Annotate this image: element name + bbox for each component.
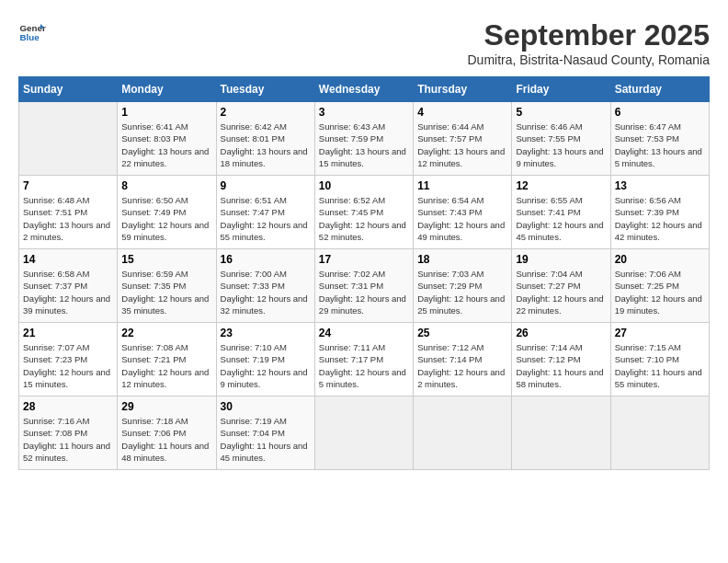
day-number: 20 xyxy=(615,253,705,266)
day-number: 13 xyxy=(615,179,705,192)
day-info: Sunrise: 6:56 AMSunset: 7:39 PMDaylight:… xyxy=(615,194,705,243)
day-info: Sunrise: 7:14 AMSunset: 7:12 PMDaylight:… xyxy=(516,341,606,390)
day-header-saturday: Saturday xyxy=(610,77,709,102)
day-number: 9 xyxy=(221,179,311,192)
month-year-title: September 2025 xyxy=(467,18,710,52)
calendar-cell: 3Sunrise: 6:43 AMSunset: 7:59 PMDaylight… xyxy=(314,102,413,176)
calendar-cell: 7Sunrise: 6:48 AMSunset: 7:51 PMDaylight… xyxy=(19,176,118,249)
calendar-cell: 23Sunrise: 7:10 AMSunset: 7:19 PMDayligh… xyxy=(216,323,314,396)
day-info: Sunrise: 7:19 AMSunset: 7:04 PMDaylight:… xyxy=(221,415,311,464)
calendar-cell xyxy=(512,396,610,470)
day-info: Sunrise: 7:18 AMSunset: 7:06 PMDaylight:… xyxy=(121,415,211,464)
calendar-body: 1Sunrise: 6:41 AMSunset: 8:03 PMDaylight… xyxy=(19,102,710,470)
calendar-cell: 20Sunrise: 7:06 AMSunset: 7:25 PMDayligh… xyxy=(610,249,709,323)
calendar-table: SundayMondayTuesdayWednesdayThursdayFrid… xyxy=(18,76,710,470)
day-info: Sunrise: 6:50 AMSunset: 7:49 PMDaylight:… xyxy=(121,194,211,243)
day-number: 6 xyxy=(615,106,705,119)
day-number: 27 xyxy=(615,327,705,339)
calendar-cell xyxy=(19,102,118,176)
calendar-header-row: SundayMondayTuesdayWednesdayThursdayFrid… xyxy=(19,77,710,102)
day-number: 7 xyxy=(23,179,113,192)
calendar-week-row: 1Sunrise: 6:41 AMSunset: 8:03 PMDaylight… xyxy=(19,102,710,176)
calendar-cell: 12Sunrise: 6:55 AMSunset: 7:41 PMDayligh… xyxy=(512,176,610,249)
calendar-cell: 22Sunrise: 7:08 AMSunset: 7:21 PMDayligh… xyxy=(118,323,216,396)
day-number: 2 xyxy=(221,106,311,119)
day-info: Sunrise: 7:08 AMSunset: 7:21 PMDaylight:… xyxy=(121,341,211,390)
calendar-cell: 4Sunrise: 6:44 AMSunset: 7:57 PMDaylight… xyxy=(414,102,512,176)
day-number: 16 xyxy=(221,253,311,266)
day-info: Sunrise: 6:52 AMSunset: 7:45 PMDaylight:… xyxy=(319,194,409,243)
day-info: Sunrise: 7:15 AMSunset: 7:10 PMDaylight:… xyxy=(615,341,705,390)
day-number: 11 xyxy=(417,179,507,192)
day-header-wednesday: Wednesday xyxy=(314,77,413,102)
day-info: Sunrise: 6:54 AMSunset: 7:43 PMDaylight:… xyxy=(417,194,507,243)
calendar-cell: 14Sunrise: 6:58 AMSunset: 7:37 PMDayligh… xyxy=(19,249,118,323)
calendar-week-row: 14Sunrise: 6:58 AMSunset: 7:37 PMDayligh… xyxy=(19,249,710,323)
day-info: Sunrise: 6:55 AMSunset: 7:41 PMDaylight:… xyxy=(516,194,606,243)
calendar-week-row: 7Sunrise: 6:48 AMSunset: 7:51 PMDaylight… xyxy=(19,176,710,249)
svg-text:Blue: Blue xyxy=(20,32,40,42)
day-number: 8 xyxy=(121,179,211,192)
day-number: 10 xyxy=(319,179,409,192)
day-info: Sunrise: 6:59 AMSunset: 7:35 PMDaylight:… xyxy=(121,268,211,316)
calendar-cell: 6Sunrise: 6:47 AMSunset: 7:53 PMDaylight… xyxy=(610,102,709,176)
day-number: 24 xyxy=(319,327,409,339)
calendar-cell xyxy=(414,396,512,470)
calendar-week-row: 28Sunrise: 7:16 AMSunset: 7:08 PMDayligh… xyxy=(19,396,710,470)
day-info: Sunrise: 7:16 AMSunset: 7:08 PMDaylight:… xyxy=(23,415,113,464)
day-info: Sunrise: 7:03 AMSunset: 7:29 PMDaylight:… xyxy=(417,268,507,316)
calendar-cell: 9Sunrise: 6:51 AMSunset: 7:47 PMDaylight… xyxy=(216,176,314,249)
day-info: Sunrise: 7:11 AMSunset: 7:17 PMDaylight:… xyxy=(319,341,409,390)
calendar-cell: 8Sunrise: 6:50 AMSunset: 7:49 PMDaylight… xyxy=(118,176,216,249)
calendar-cell: 30Sunrise: 7:19 AMSunset: 7:04 PMDayligh… xyxy=(216,396,314,470)
day-info: Sunrise: 6:46 AMSunset: 7:55 PMDaylight:… xyxy=(516,121,606,169)
calendar-cell: 13Sunrise: 6:56 AMSunset: 7:39 PMDayligh… xyxy=(610,176,709,249)
title-area: September 2025 Dumitra, Bistrita-Nasaud … xyxy=(467,18,710,67)
day-number: 28 xyxy=(23,400,113,413)
logo: General Blue xyxy=(18,18,46,46)
calendar-cell xyxy=(314,396,413,470)
day-header-tuesday: Tuesday xyxy=(216,77,314,102)
day-number: 3 xyxy=(319,106,409,119)
calendar-cell: 5Sunrise: 6:46 AMSunset: 7:55 PMDaylight… xyxy=(512,102,610,176)
calendar-cell xyxy=(610,396,709,470)
day-header-thursday: Thursday xyxy=(414,77,512,102)
day-info: Sunrise: 7:07 AMSunset: 7:23 PMDaylight:… xyxy=(23,341,113,390)
calendar-week-row: 21Sunrise: 7:07 AMSunset: 7:23 PMDayligh… xyxy=(19,323,710,396)
logo-icon: General Blue xyxy=(18,18,46,46)
day-number: 12 xyxy=(516,179,606,192)
day-header-friday: Friday xyxy=(512,77,610,102)
calendar-cell: 2Sunrise: 6:42 AMSunset: 8:01 PMDaylight… xyxy=(216,102,314,176)
day-number: 19 xyxy=(516,253,606,266)
day-number: 15 xyxy=(121,253,211,266)
calendar-cell: 26Sunrise: 7:14 AMSunset: 7:12 PMDayligh… xyxy=(512,323,610,396)
calendar-cell: 18Sunrise: 7:03 AMSunset: 7:29 PMDayligh… xyxy=(414,249,512,323)
day-number: 5 xyxy=(516,106,606,119)
day-number: 1 xyxy=(121,106,211,119)
day-info: Sunrise: 6:41 AMSunset: 8:03 PMDaylight:… xyxy=(121,121,211,169)
day-info: Sunrise: 6:43 AMSunset: 7:59 PMDaylight:… xyxy=(319,121,409,169)
day-number: 17 xyxy=(319,253,409,266)
calendar-cell: 1Sunrise: 6:41 AMSunset: 8:03 PMDaylight… xyxy=(118,102,216,176)
calendar-cell: 25Sunrise: 7:12 AMSunset: 7:14 PMDayligh… xyxy=(414,323,512,396)
day-number: 26 xyxy=(516,327,606,339)
calendar-cell: 16Sunrise: 7:00 AMSunset: 7:33 PMDayligh… xyxy=(216,249,314,323)
calendar-cell: 15Sunrise: 6:59 AMSunset: 7:35 PMDayligh… xyxy=(118,249,216,323)
day-number: 25 xyxy=(417,327,507,339)
day-info: Sunrise: 7:00 AMSunset: 7:33 PMDaylight:… xyxy=(221,268,311,316)
day-info: Sunrise: 6:44 AMSunset: 7:57 PMDaylight:… xyxy=(417,121,507,169)
day-number: 30 xyxy=(221,400,311,413)
day-info: Sunrise: 6:42 AMSunset: 8:01 PMDaylight:… xyxy=(221,121,311,169)
day-number: 18 xyxy=(417,253,507,266)
day-info: Sunrise: 6:48 AMSunset: 7:51 PMDaylight:… xyxy=(23,194,113,243)
day-info: Sunrise: 6:58 AMSunset: 7:37 PMDaylight:… xyxy=(23,268,113,316)
day-info: Sunrise: 7:12 AMSunset: 7:14 PMDaylight:… xyxy=(417,341,507,390)
day-number: 22 xyxy=(121,327,211,339)
day-info: Sunrise: 7:04 AMSunset: 7:27 PMDaylight:… xyxy=(516,268,606,316)
day-header-sunday: Sunday xyxy=(19,77,118,102)
calendar-cell: 17Sunrise: 7:02 AMSunset: 7:31 PMDayligh… xyxy=(314,249,413,323)
calendar-cell: 21Sunrise: 7:07 AMSunset: 7:23 PMDayligh… xyxy=(19,323,118,396)
day-info: Sunrise: 6:51 AMSunset: 7:47 PMDaylight:… xyxy=(221,194,311,243)
day-info: Sunrise: 7:02 AMSunset: 7:31 PMDaylight:… xyxy=(319,268,409,316)
calendar-cell: 11Sunrise: 6:54 AMSunset: 7:43 PMDayligh… xyxy=(414,176,512,249)
